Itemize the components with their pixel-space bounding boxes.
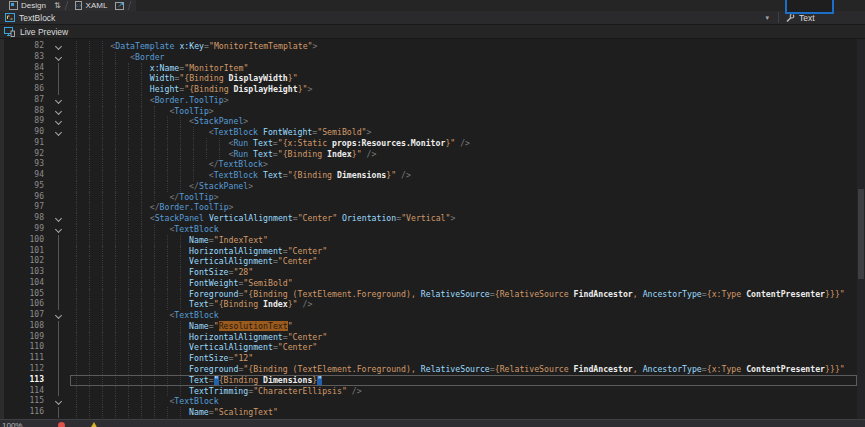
fold-margin [44, 116, 71, 127]
zoom-level[interactable]: 100% [2, 421, 22, 427]
token-a: Text [189, 299, 209, 309]
fold-region-line [58, 321, 59, 332]
fold-chevron-icon[interactable] [55, 398, 62, 405]
code-line[interactable]: 98<StackPanel VerticalAlignment="Center"… [0, 213, 857, 224]
token-s: {x:Type [707, 364, 746, 374]
fold-chevron-icon[interactable] [55, 226, 62, 233]
fold-margin [44, 73, 71, 84]
fold-margin [44, 63, 71, 74]
fold-margin [44, 41, 71, 52]
code-editor[interactable]: 82<DataTemplate x:Key="MonitorItemTempla… [0, 39, 857, 419]
token-a: Orientation [337, 213, 396, 223]
code-line[interactable]: 114TextTrimming="CharacterEllipsis" /> [0, 386, 857, 397]
code-line[interactable]: 105Foreground="{Binding (TextElement.For… [0, 289, 857, 300]
code-line[interactable]: 104FontWeight="SemiBold" [0, 278, 857, 289]
fold-margin [44, 321, 71, 332]
line-number: 85 [0, 73, 44, 84]
fold-chevron-icon[interactable] [55, 54, 62, 61]
code-line[interactable]: 92<Run Text="{Binding Index}" /> [0, 149, 857, 160]
line-number: 97 [0, 202, 44, 213]
tab-design[interactable]: Design [4, 0, 51, 11]
code-line[interactable]: 99<TextBlock [0, 224, 857, 235]
fold-chevron-icon[interactable] [55, 108, 62, 115]
code-line[interactable]: 103FontSize="28" [0, 267, 857, 278]
token-t: TextBlock [174, 396, 218, 406]
code-text-area: <Run Text="{x:Static props:Resources.Mon… [71, 138, 857, 149]
code-line[interactable]: 101HorizontalAlignment="Center" [0, 246, 857, 257]
code-line[interactable]: 87<Border.ToolTip> [0, 95, 857, 106]
token-ho: ResolutionText [219, 321, 288, 331]
code-line[interactable]: 113Text="{Binding Dimensions}" [0, 375, 857, 386]
scrollbar-thumb[interactable] [858, 189, 864, 279]
token-a: Foreground [189, 289, 238, 299]
code-line[interactable]: 85Width="{Binding DisplayWidth}" [0, 73, 857, 84]
code-line[interactable]: 107<TextBlock [0, 310, 857, 321]
code-line[interactable]: 106Text="{Binding Index}" /> [0, 299, 857, 310]
code-line[interactable]: 100Name="IndexText" [0, 235, 857, 246]
tab-design-label: Design [21, 0, 46, 11]
line-number: 100 [0, 235, 44, 246]
token-s: "{Binding [214, 299, 263, 309]
token-s: "Vertical" [401, 213, 450, 223]
fold-margin [44, 407, 71, 418]
token-t: TextBlock [214, 170, 258, 180]
code-line[interactable]: 97</Border.ToolTip> [0, 202, 857, 213]
swap-panes-icon[interactable]: ⇅ [51, 1, 64, 10]
code-line[interactable]: 94<TextBlock Text="{Binding Dimensions}"… [0, 170, 857, 181]
code-line[interactable]: 91<Run Text="{x:Static props:Resources.M… [0, 138, 857, 149]
code-line[interactable]: 96</ToolTip> [0, 192, 857, 203]
code-text: <TextBlock [71, 224, 857, 235]
fold-region-line [58, 63, 59, 74]
code-line[interactable]: 112Foreground="{Binding (TextElement.For… [0, 364, 857, 375]
fold-chevron-icon[interactable] [55, 129, 62, 136]
code-text: </ToolTip> [71, 192, 857, 203]
code-line[interactable]: 95</StackPanel> [0, 181, 857, 192]
tab-xaml[interactable]: XAML [69, 0, 113, 11]
warning-icon[interactable] [90, 422, 98, 427]
token-s: "12" [233, 353, 253, 363]
token-s: {Binding [219, 375, 263, 385]
live-preview-bar[interactable]: Live Preview [0, 25, 865, 39]
token-d: /> [362, 149, 377, 159]
code-text: <TextBlock FontWeight="SemiBold"> [71, 127, 857, 138]
textblock-element-icon [5, 13, 15, 22]
code-text-area: VerticalAlignment="Center" [71, 342, 857, 353]
fold-chevron-icon[interactable] [55, 118, 62, 125]
code-line[interactable]: 110VerticalAlignment="Center" [0, 342, 857, 353]
token-s: "{Binding [278, 149, 327, 159]
token-a: Name [189, 235, 209, 245]
fold-chevron-icon[interactable] [55, 312, 62, 319]
fold-chevron-icon[interactable] [55, 43, 62, 50]
designer-tab-group: Design ⇅ XAML [0, 0, 136, 11]
error-icon[interactable] [58, 422, 65, 427]
code-line[interactable]: 93</TextBlock> [0, 159, 857, 170]
code-line[interactable]: 89<StackPanel> [0, 116, 857, 127]
vertical-scrollbar[interactable] [857, 39, 865, 419]
tab-separator [64, 1, 68, 10]
fold-chevron-icon[interactable] [55, 215, 62, 222]
code-line[interactable]: 90<TextBlock FontWeight="SemiBold"> [0, 127, 857, 138]
line-number: 93 [0, 159, 44, 170]
token-s: , [633, 289, 643, 299]
code-line[interactable]: 111FontSize="12" [0, 353, 857, 364]
code-line[interactable]: 88<ToolTip> [0, 106, 857, 117]
code-line[interactable]: 115<TextBlock [0, 396, 857, 407]
code-text-area: FontSize="12" [71, 353, 857, 364]
code-text-area: <TextBlock [71, 396, 857, 407]
code-line[interactable]: 86Height="{Binding DisplayHeight}"> [0, 84, 857, 95]
token-s: }}}" [825, 289, 845, 299]
code-line[interactable]: 83<Border [0, 52, 857, 63]
fold-chevron-icon[interactable] [55, 97, 62, 104]
popout-pane-icon[interactable] [112, 1, 127, 10]
code-line[interactable]: 108Name="ResolutionText" [0, 321, 857, 332]
code-line[interactable]: 102VerticalAlignment="Center" [0, 256, 857, 267]
code-line[interactable]: 116Name="ScalingText" [0, 407, 857, 418]
fold-margin [44, 289, 71, 300]
element-dropdown[interactable]: TextBlock ▾ [0, 11, 778, 24]
token-t: TextBlock [174, 310, 218, 320]
code-line[interactable]: 82<DataTemplate x:Key="MonitorItemTempla… [0, 41, 857, 52]
tab-separator [128, 1, 132, 10]
chevron-down-icon[interactable]: ▾ [761, 14, 773, 22]
code-line[interactable]: 109HorizontalAlignment="Center" [0, 332, 857, 343]
code-line[interactable]: 84x:Name="MonitorItem" [0, 63, 857, 74]
